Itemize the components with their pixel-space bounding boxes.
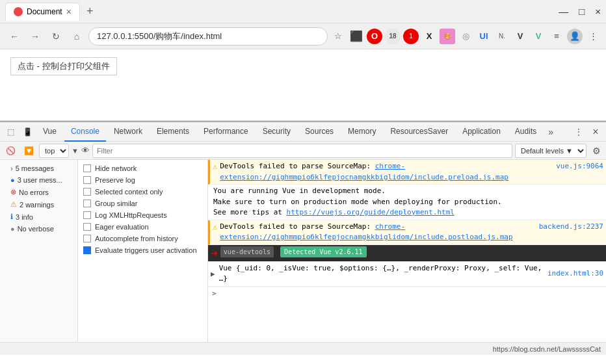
eager-eval-checkbox[interactable] [83,223,91,231]
user-messages-icon: ● [10,176,15,184]
avatar-icon[interactable]: 👤 [567,29,583,44]
devtools-inspect-icon[interactable]: ⬚ [3,124,18,140]
message-text-3: DevTools failed to parse SourceMap: chro… [220,222,533,243]
message-content-1: DevTools failed to parse SourceMap: chro… [220,161,603,183]
message-text-2: You are running Vue in development mode. [213,186,603,197]
sourcemap-link-1[interactable]: chrome-extension://gighmmpioбklfepjocnam… [220,162,508,181]
tab-console[interactable]: Console [64,122,106,142]
sidebar-item-messages[interactable]: › 5 messages [0,162,77,174]
tab-sources[interactable]: Sources [298,122,340,142]
preserve-log-checkbox[interactable] [83,176,91,184]
devtools-settings-icon[interactable]: ⋮ [571,124,586,140]
message-content-5: Vue {_uid: 0, _isVue: true, $options: {…… [219,263,603,285]
message-content-2: You are running Vue in development mode.… [213,186,603,218]
message-source-5[interactable]: index.html:30 [547,268,603,280]
extension-icon4[interactable]: 1 [403,29,419,44]
context-select[interactable]: top [39,144,69,158]
reload-button[interactable]: ↻ [47,27,65,46]
close-button[interactable]: × [595,6,601,17]
vue-guide-link[interactable]: https://vuejs.org/guide/deployment.html [287,208,454,216]
active-tab[interactable]: Document × [5,3,80,21]
extension-icon1[interactable]: ⬛ [349,29,364,44]
sourcemap-link-3[interactable]: chrome-extension://gighmmpioбklfepjocnam… [220,222,512,242]
console-dropdown-panel: Hide network Preserve log Selected conte… [78,160,208,342]
console-clear-button[interactable]: 🚫 [3,143,18,159]
extension-icon7[interactable]: ◎ [458,29,473,44]
tab-memory[interactable]: Memory [341,122,382,142]
tab-security[interactable]: Security [256,122,297,142]
warnings-icon: ⚠ [10,200,17,209]
extension-icon10[interactable]: V [512,29,528,44]
extension-icon2[interactable]: O [367,29,382,44]
tab-application[interactable]: Application [456,122,507,142]
home-button[interactable]: ⌂ [68,27,86,46]
address-input[interactable] [88,27,328,46]
extension-icon5[interactable]: X [421,29,437,44]
tab-performance[interactable]: Performance [197,122,255,142]
warning-icon-1: ⚠ [213,162,217,171]
console-filter-toggle[interactable]: 🔽 [21,143,36,159]
extension-icon8[interactable]: UI [476,29,492,44]
dropdown-item-preserve-log[interactable]: Preserve log [78,174,207,186]
message-source-1[interactable]: vue.js:9064 [556,161,603,172]
console-settings-icon[interactable]: ⚙ [589,144,603,158]
selected-context-label: Selected context only [95,188,163,196]
message-source-3[interactable]: backend.js:2237 [539,222,603,233]
tab-elements[interactable]: Elements [150,122,196,142]
preserve-log-label: Preserve log [95,176,135,184]
message-content-3: DevTools failed to parse SourceMap: chro… [220,222,603,243]
tab-vue[interactable]: Vue [36,122,63,142]
red-arrow-icon: ➜ [211,246,218,260]
maximize-button[interactable]: □ [579,6,585,17]
forward-button[interactable]: → [26,27,44,46]
dropdown-item-autocomplete[interactable]: Autocomplete from history [78,233,207,244]
group-similar-checkbox[interactable] [83,200,91,207]
dropdown-item-eval-triggers[interactable]: Evaluate triggers user activation [78,244,207,256]
extension-icon12[interactable]: ≡ [549,29,564,44]
eval-triggers-checkbox[interactable] [83,246,91,254]
tab-resourcessaver[interactable]: ResourcesSaver [384,122,454,142]
levels-select[interactable]: Default levels ▼ [515,144,586,158]
prompt-input-area[interactable] [220,289,602,298]
dropdown-item-selected-context[interactable]: Selected context only [78,186,207,198]
status-url: https://blog.csdn.net/LawsssssCat [493,345,601,353]
sidebar-item-user-messages[interactable]: ● 3 user mess... [0,174,77,186]
extension-icon11[interactable]: V [531,29,546,44]
tab-close-button[interactable]: × [66,7,72,16]
dropdown-item-log-xml[interactable]: Log XMLHttpRequests [78,209,207,221]
selected-context-checkbox[interactable] [83,188,91,196]
hide-network-checkbox[interactable] [83,164,91,172]
tab-audits[interactable]: Audits [508,122,543,142]
tab-favicon [14,7,23,16]
minimize-button[interactable]: — [559,6,568,17]
extension-icon3[interactable]: 18 [385,29,401,44]
page-content: 点击 - 控制台打印父组件 [0,49,606,121]
eye-icon[interactable]: 👁 [81,146,90,155]
message-row-5: ▶ Vue {_uid: 0, _isVue: true, $options: … [208,262,606,287]
new-tab-button[interactable]: + [83,5,98,18]
dropdown-item-eager-eval[interactable]: Eager evaluation [78,221,207,233]
page-action-button[interactable]: 点击 - 控制台打印父组件 [10,57,117,75]
extension-icon6[interactable]: 🎨 [440,29,455,44]
devtools-close-button[interactable]: × [588,124,603,140]
tab-network[interactable]: Network [107,122,149,142]
dropdown-item-hide-network[interactable]: Hide network [78,162,207,174]
bookmark-icon[interactable]: ☆ [330,29,346,44]
back-button[interactable]: ← [5,27,23,46]
message-inner-1: DevTools failed to parse SourceMap: chro… [220,161,603,183]
dropdown-item-group-similar[interactable]: Group similar [78,198,207,209]
autocomplete-checkbox[interactable] [83,235,91,242]
sidebar-item-errors[interactable]: ⊗ No errors [0,186,77,198]
console-filter-input[interactable] [92,144,512,158]
sidebar-item-info[interactable]: ℹ 3 info [0,211,77,223]
console-prompt-row: > [208,287,606,300]
more-tabs-button[interactable]: » [544,127,557,137]
info-icon: ℹ [10,213,13,221]
devtools-device-icon[interactable]: 📱 [20,124,35,140]
prompt-chevron-icon: > [212,289,217,298]
sidebar-item-warnings[interactable]: ⚠ 2 warnings [0,198,77,211]
log-xml-checkbox[interactable] [83,211,91,219]
sidebar-item-verbose[interactable]: ● No verbose [0,223,77,235]
menu-button[interactable]: ⋮ [585,29,601,44]
extension-icon9[interactable]: N. [494,29,510,44]
